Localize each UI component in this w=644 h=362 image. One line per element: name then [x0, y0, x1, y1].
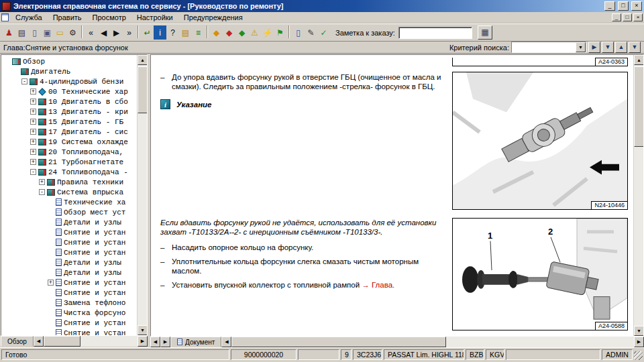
doc-scroll-up-icon[interactable]: [634, 55, 644, 65]
doc-scroll-left-icon[interactable]: [221, 337, 231, 347]
tree-expander[interactable]: +: [30, 159, 36, 165]
tree-item[interactable]: Обзор мест уст: [1, 207, 137, 217]
toolbar-separator[interactable]: [138, 25, 139, 38]
tree-item[interactable]: Технические ха: [1, 197, 137, 207]
nav-last-button[interactable]: »: [123, 25, 136, 40]
tree-hscroll-thumb[interactable]: [44, 336, 80, 347]
child-restore-button[interactable]: [623, 13, 632, 21]
toolbar-separator[interactable]: [288, 25, 290, 38]
warning-button[interactable]: ⚠: [248, 25, 261, 40]
tree-expander[interactable]: +: [30, 109, 36, 115]
menu-item[interactable]: Просмотр: [87, 13, 131, 22]
tree-expander[interactable]: +: [30, 99, 36, 105]
child-minimize-button[interactable]: [612, 13, 621, 21]
maintenance-button[interactable]: ◆: [235, 25, 248, 40]
tree-item[interactable]: Снятие и устан: [1, 247, 137, 257]
tab-scroll-left-icon[interactable]: [150, 337, 160, 347]
document-window-icon[interactable]: [1, 13, 9, 21]
tree-expander[interactable]: +: [39, 179, 45, 185]
document-scrollbar[interactable]: [633, 55, 643, 336]
tree-hscroll-track[interactable]: [44, 336, 138, 347]
child-close-button[interactable]: [633, 13, 643, 21]
back-to-contents-button[interactable]: ↵: [141, 25, 154, 40]
tree-item[interactable]: + 17 Двигатель - сис: [1, 127, 137, 137]
tree-item[interactable]: Замена тефлоно: [1, 298, 137, 308]
combo-dropdown-icon[interactable]: [576, 42, 586, 52]
edit-note-button[interactable]: ✎: [305, 25, 317, 40]
search-button[interactable]: ▶: [588, 42, 600, 53]
tree-item[interactable]: + 10 Двигатель в сбо: [1, 97, 137, 107]
menu-item[interactable]: Править: [48, 13, 87, 22]
manual-button[interactable]: ▯: [292, 25, 305, 40]
doc-scroll-track[interactable]: [634, 65, 643, 326]
toolbar-separator[interactable]: [81, 25, 83, 38]
tree-item[interactable]: Снятие и устан: [1, 318, 137, 328]
search-input[interactable]: [512, 42, 576, 52]
info-button[interactable]: i: [154, 25, 166, 40]
document-button[interactable]: ▯: [28, 25, 41, 40]
dtc-button[interactable]: ◆: [223, 25, 235, 40]
tree-item[interactable]: + 19 Система охлажде: [1, 137, 137, 147]
contents-list-button[interactable]: ≡: [192, 25, 205, 40]
tab-document[interactable]: Документ: [170, 337, 221, 347]
order-note-input[interactable]: [398, 27, 472, 39]
notebook-button[interactable]: ▤: [179, 25, 192, 40]
tree-item[interactable]: - 4-цилиндровый бензи: [1, 76, 137, 86]
tree-item[interactable]: - 24 Топливоподача -: [1, 167, 137, 177]
minimize-button[interactable]: [604, 1, 615, 11]
nav-prev-button[interactable]: ◀: [97, 25, 110, 40]
tab-overview[interactable]: Обзор: [1, 336, 34, 347]
search-options-button[interactable]: ▼: [602, 42, 614, 53]
tree-item[interactable]: Снятие и устан: [1, 237, 137, 247]
tree-scroll-up-icon[interactable]: [138, 55, 148, 65]
tree-item[interactable]: Обзор: [1, 56, 137, 66]
tree-item[interactable]: Детали и узлы: [1, 217, 137, 227]
toolbar-separator[interactable]: [207, 25, 208, 38]
tree-expander[interactable]: +: [30, 139, 36, 145]
tree-expander[interactable]: +: [30, 119, 36, 125]
order-table-button[interactable]: ▦: [478, 25, 492, 40]
tree-item[interactable]: Снятие и устан: [1, 328, 137, 335]
tree-item[interactable]: Снятие и устан: [1, 288, 137, 298]
tree-item[interactable]: + 20 Топливоподача,: [1, 147, 137, 157]
resize-grip[interactable]: [634, 351, 643, 360]
tree-expander[interactable]: +: [30, 149, 36, 155]
tree-scroll-thumb[interactable]: [138, 66, 148, 113]
copy-button[interactable]: ▣: [41, 25, 54, 40]
tree-scroll-left-icon[interactable]: [34, 336, 44, 347]
tree-expander[interactable]: +: [48, 280, 54, 286]
tree-item[interactable]: - Система впрыска: [1, 187, 137, 197]
tree-item[interactable]: + Снятие и устан: [1, 278, 137, 288]
doc-scroll-right-icon[interactable]: [634, 337, 644, 347]
menu-item[interactable]: Служба: [10, 13, 48, 22]
document-hscrollbar[interactable]: [221, 337, 644, 347]
tree-item[interactable]: Чистка форсуно: [1, 308, 137, 318]
tree-item[interactable]: + Правила техники: [1, 177, 137, 187]
restore-button[interactable]: [618, 1, 629, 11]
nav-next-button[interactable]: ▶: [110, 25, 123, 40]
menu-item[interactable]: Предупреждения: [178, 13, 248, 22]
tree-item[interactable]: Снятие и устан: [1, 227, 137, 237]
tree-item[interactable]: + 15 Двигатель - ГБ: [1, 117, 137, 127]
tree-scroll-down-icon[interactable]: [138, 325, 148, 335]
page-next-button[interactable]: ▼: [629, 42, 641, 53]
chapter-link[interactable]: → Глава.: [362, 281, 394, 289]
tree-item[interactable]: Двигатель: [1, 66, 137, 76]
tab-scroll-right-icon[interactable]: [160, 337, 170, 347]
tree-item[interactable]: + 13 Двигатель - кри: [1, 107, 137, 117]
flag-button[interactable]: ⚑: [274, 25, 286, 40]
help-button[interactable]: ?: [166, 25, 179, 40]
tree-expander[interactable]: -: [21, 78, 28, 84]
tree-item[interactable]: Детали и узлы: [1, 257, 137, 267]
tree-scrollbar[interactable]: [137, 55, 147, 335]
circuit-button[interactable]: ⚡: [261, 25, 274, 40]
tree-expander[interactable]: -: [39, 189, 45, 195]
tree-item[interactable]: + 00 Технические хар: [1, 86, 137, 97]
tree-scroll-track[interactable]: [138, 65, 147, 325]
tree-expander[interactable]: +: [30, 88, 36, 95]
menu-item[interactable]: Настройки: [131, 13, 178, 22]
doc-hscroll-track[interactable]: [231, 337, 634, 347]
tree-scroll-right-icon[interactable]: [138, 336, 148, 347]
nav-first-button[interactable]: «: [85, 25, 97, 40]
search-combobox[interactable]: [511, 42, 586, 53]
